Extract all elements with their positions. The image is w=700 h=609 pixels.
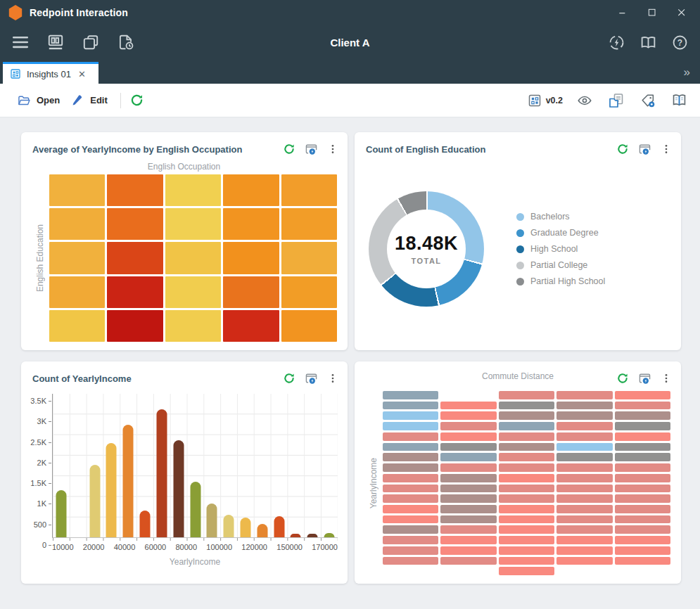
legend-item[interactable]: Bachelors [516,212,605,222]
y-tick-label: 2.5K [30,438,46,447]
folders-icon [82,33,100,51]
heatmap-cell-r6c2 [440,443,496,451]
tab-close-button[interactable]: ✕ [77,70,87,79]
heatmap-cell-r4c3 [499,422,554,430]
heatmap-cell-r3c2 [107,242,163,274]
window-refresh-icon [637,371,652,385]
panel-menu-button[interactable] [326,142,339,156]
heatmap-cell-r4c2 [107,276,163,308]
panel-menu-button[interactable] [326,371,339,385]
legend-label: Graduate Degree [530,228,599,238]
heatmap-cell-r16c1 [383,546,438,555]
legend-item[interactable]: Graduate Degree [516,228,605,238]
heatmap-cell-r4c4 [556,422,612,430]
panel-refresh-button[interactable] [282,371,296,385]
heatmap-cell-r8c2 [440,463,496,472]
tab-label: Insights 01 [27,69,71,79]
panel-auto-refresh-button[interactable] [637,371,653,386]
panel-title: Count of YearlyIncome [32,373,132,384]
heatmap-cell-r8c4 [556,463,612,472]
x-tick-label: 80000 [175,543,197,551]
bar-slot10 [207,504,217,537]
projects-button[interactable] [80,32,101,53]
edit-button[interactable]: Edit [65,89,113,111]
main-menu-button[interactable] [10,32,31,53]
heatmap-cell-r12c4 [556,505,612,513]
heatmap-cell-r16c5 [615,546,670,555]
heatmap-cell-r10c4 [556,485,612,493]
bar-170000 [324,533,335,537]
y-tick-label: 2K [37,459,46,467]
connections-icon [608,34,625,51]
preview-button[interactable] [575,91,594,110]
connections-button[interactable] [606,32,627,53]
legend-label: Partial High School [530,276,605,286]
heatmap-cell-r14c1 [383,525,438,534]
panel-auto-refresh-button[interactable] [303,371,319,386]
panel-refresh-button[interactable] [282,142,296,156]
heatmap-cell-r12c2 [440,505,496,513]
window-refresh-icon [637,142,652,156]
x-tick-label: 150000 [276,543,303,551]
y-axis: 3.5K3K2.5K2K1.5K1K5000 [28,394,52,584]
heatmap-cell-r3c2 [440,411,496,420]
bar-100000 [224,515,234,537]
heatmap-cell-r3c4 [556,411,612,420]
heatmap-cell-r10c3 [499,485,554,493]
folder-document-icon [608,92,625,109]
minimize-button[interactable] [613,4,632,21]
heatmap-cell-r3c3 [165,242,221,274]
tab-insights-01[interactable]: Insights 01 ✕ [3,62,98,84]
dashboard-grid-icon [10,68,21,79]
dashboard-grid: Average of YearlyIncome by English Occup… [0,117,700,609]
catalog-button[interactable] [670,91,689,110]
donut-total-label: TOTAL [411,257,441,265]
heatmap-cell-r1c4 [223,174,279,206]
open-button[interactable]: Open [11,89,65,112]
panel-header: Average of YearlyIncome by English Occup… [21,132,348,158]
dashboards-button[interactable] [45,32,66,53]
tags-button[interactable] [639,91,657,110]
heatmap-cell-r2c3 [499,402,554,410]
heatmap-cell-r4c3 [165,276,221,308]
window-controls [613,4,692,21]
refresh-icon [129,93,144,108]
x-tick-label: 10000 [52,543,74,551]
heatmap-cell-r14c5 [615,525,670,534]
document-history-icon [117,33,135,51]
refresh-button[interactable] [128,91,146,109]
tab-overflow-button[interactable]: » [684,65,700,84]
legend-item[interactable]: Partial College [516,260,605,270]
legend-dot [516,278,524,286]
heatmap-cell-r4c5 [615,422,670,430]
maximize-button[interactable] [642,4,662,21]
x-axis-title: YearlyIncome [52,553,338,570]
close-button[interactable] [672,4,692,21]
legend-item[interactable]: Partial High School [516,276,605,286]
y-tick-label: 500 [34,520,46,529]
heatmap-cell-r7c2 [440,453,496,461]
tag-icon [640,93,656,108]
bar-150000 [291,534,301,537]
bar-slot6 [140,511,151,537]
panel-auto-refresh-button[interactable] [637,141,653,157]
toolbar-separator [120,93,121,108]
documentation-button[interactable] [638,32,658,53]
recent-documents-button[interactable] [115,32,136,53]
panel-auto-refresh-button[interactable] [303,141,319,157]
heatmap-cell-r14c2 [440,525,496,534]
heatmap-cell-r10c1 [383,485,438,493]
panel-refresh-button[interactable] [616,371,630,385]
legend-dot [516,262,524,269]
panel-refresh-button[interactable] [616,142,630,156]
heatmap-cell-r2c1 [383,402,438,410]
panel-menu-button[interactable] [660,371,673,385]
heatmap-cell-r12c3 [499,505,554,513]
x-tick-label: 170000 [312,543,338,551]
heatmap-cell-r6c1 [383,443,438,451]
refresh-icon [616,143,629,155]
legend-item[interactable]: High School [516,244,605,254]
export-button[interactable] [606,91,626,110]
panel-menu-button[interactable] [660,142,673,156]
help-button[interactable]: ? [670,32,690,53]
